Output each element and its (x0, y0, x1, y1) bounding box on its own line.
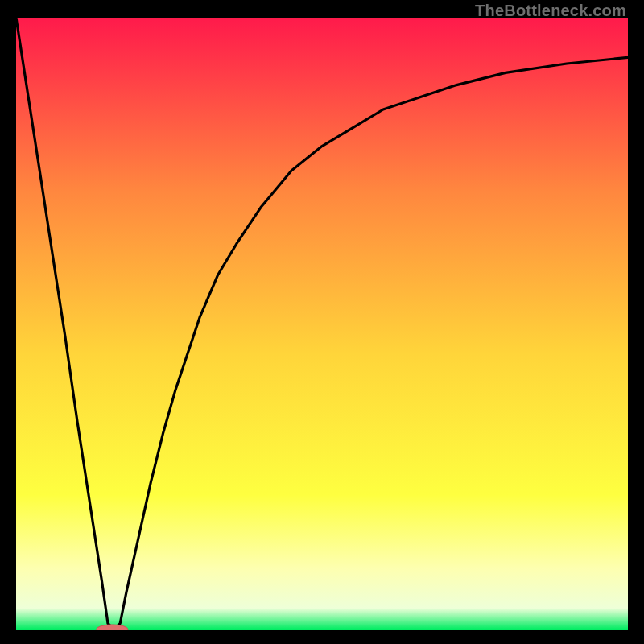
gradient-background (16, 18, 628, 630)
bottleneck-chart (16, 18, 628, 630)
watermark-text: TheBottleneck.com (475, 2, 626, 20)
chart-frame (16, 18, 628, 630)
